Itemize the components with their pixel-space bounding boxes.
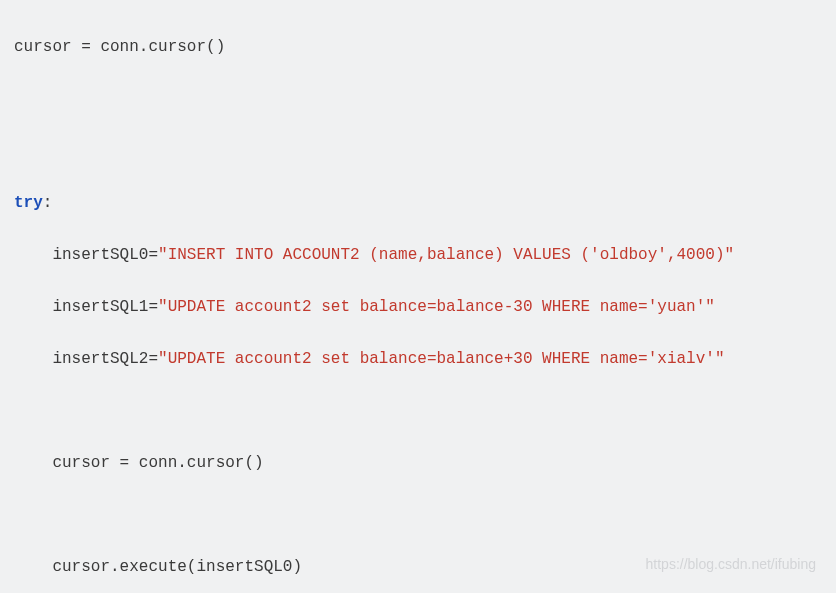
code-line — [14, 398, 822, 424]
code-text: cursor.execute(insertSQL0) — [14, 558, 302, 576]
code-text: insertSQL0= — [14, 246, 158, 264]
code-line: insertSQL1="UPDATE account2 set balance=… — [14, 294, 822, 320]
code-text: insertSQL1= — [14, 298, 158, 316]
string-literal: "UPDATE account2 set balance=balance-30 … — [158, 298, 715, 316]
code-line: insertSQL0="INSERT INTO ACCOUNT2 (name,b… — [14, 242, 822, 268]
string-literal: "INSERT INTO ACCOUNT2 (name,balance) VAL… — [158, 246, 734, 264]
code-line — [14, 502, 822, 528]
code-text: : — [43, 194, 53, 212]
code-block: cursor = conn.cursor() try: insertSQL0="… — [14, 8, 822, 593]
code-text: cursor = conn.cursor() — [14, 38, 225, 56]
code-line — [14, 138, 822, 164]
watermark-text: https://blog.csdn.net/ifubing — [646, 551, 816, 577]
code-line: insertSQL2="UPDATE account2 set balance=… — [14, 346, 822, 372]
code-text: cursor = conn.cursor() — [14, 454, 264, 472]
code-line — [14, 86, 822, 112]
string-literal: "UPDATE account2 set balance=balance+30 … — [158, 350, 725, 368]
code-line: try: — [14, 190, 822, 216]
code-text: insertSQL2= — [14, 350, 158, 368]
code-line: cursor = conn.cursor() — [14, 34, 822, 60]
keyword-try: try — [14, 194, 43, 212]
code-line: cursor = conn.cursor() — [14, 450, 822, 476]
